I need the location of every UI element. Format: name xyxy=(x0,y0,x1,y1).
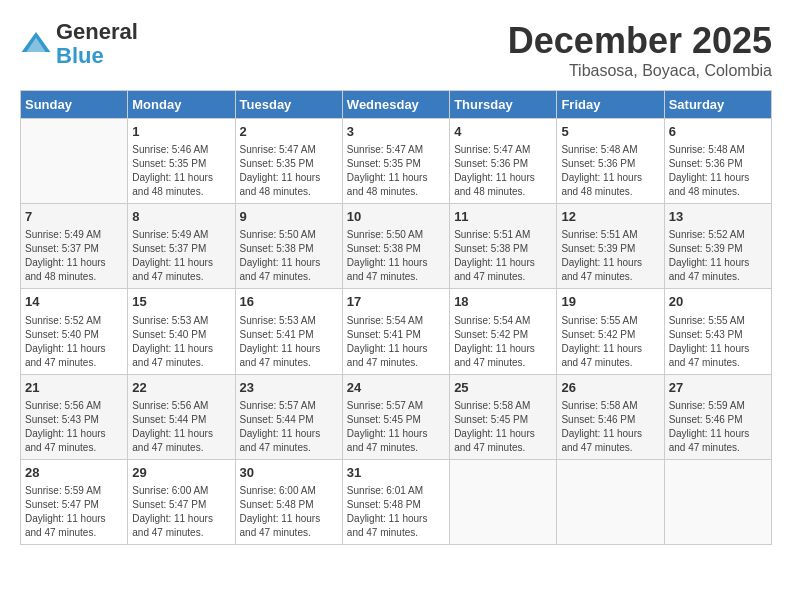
day-info: Sunrise: 5:51 AM Sunset: 5:39 PM Dayligh… xyxy=(561,228,659,284)
calendar-cell: 20Sunrise: 5:55 AM Sunset: 5:43 PM Dayli… xyxy=(664,289,771,374)
day-info: Sunrise: 5:57 AM Sunset: 5:45 PM Dayligh… xyxy=(347,399,445,455)
day-number: 20 xyxy=(669,293,767,311)
week-row-2: 7Sunrise: 5:49 AM Sunset: 5:37 PM Daylig… xyxy=(21,204,772,289)
calendar-cell xyxy=(557,459,664,544)
day-info: Sunrise: 5:52 AM Sunset: 5:40 PM Dayligh… xyxy=(25,314,123,370)
day-header-wednesday: Wednesday xyxy=(342,91,449,119)
day-info: Sunrise: 5:55 AM Sunset: 5:43 PM Dayligh… xyxy=(669,314,767,370)
calendar-cell: 4Sunrise: 5:47 AM Sunset: 5:36 PM Daylig… xyxy=(450,119,557,204)
day-info: Sunrise: 5:50 AM Sunset: 5:38 PM Dayligh… xyxy=(240,228,338,284)
day-header-tuesday: Tuesday xyxy=(235,91,342,119)
day-number: 15 xyxy=(132,293,230,311)
calendar-cell xyxy=(664,459,771,544)
calendar-cell: 29Sunrise: 6:00 AM Sunset: 5:47 PM Dayli… xyxy=(128,459,235,544)
day-number: 9 xyxy=(240,208,338,226)
day-number: 17 xyxy=(347,293,445,311)
day-number: 24 xyxy=(347,379,445,397)
day-number: 31 xyxy=(347,464,445,482)
calendar-cell: 13Sunrise: 5:52 AM Sunset: 5:39 PM Dayli… xyxy=(664,204,771,289)
day-info: Sunrise: 5:50 AM Sunset: 5:38 PM Dayligh… xyxy=(347,228,445,284)
day-info: Sunrise: 5:49 AM Sunset: 5:37 PM Dayligh… xyxy=(25,228,123,284)
day-info: Sunrise: 5:56 AM Sunset: 5:43 PM Dayligh… xyxy=(25,399,123,455)
day-info: Sunrise: 5:49 AM Sunset: 5:37 PM Dayligh… xyxy=(132,228,230,284)
logo-general: General xyxy=(56,19,138,44)
day-number: 8 xyxy=(132,208,230,226)
day-number: 6 xyxy=(669,123,767,141)
day-info: Sunrise: 6:01 AM Sunset: 5:48 PM Dayligh… xyxy=(347,484,445,540)
logo-blue: Blue xyxy=(56,43,104,68)
calendar-cell: 15Sunrise: 5:53 AM Sunset: 5:40 PM Dayli… xyxy=(128,289,235,374)
day-info: Sunrise: 5:58 AM Sunset: 5:46 PM Dayligh… xyxy=(561,399,659,455)
day-info: Sunrise: 5:48 AM Sunset: 5:36 PM Dayligh… xyxy=(561,143,659,199)
day-header-thursday: Thursday xyxy=(450,91,557,119)
calendar-cell: 16Sunrise: 5:53 AM Sunset: 5:41 PM Dayli… xyxy=(235,289,342,374)
day-header-monday: Monday xyxy=(128,91,235,119)
day-header-saturday: Saturday xyxy=(664,91,771,119)
title-block: December 2025 Tibasosa, Boyaca, Colombia xyxy=(508,20,772,80)
day-info: Sunrise: 5:55 AM Sunset: 5:42 PM Dayligh… xyxy=(561,314,659,370)
day-info: Sunrise: 5:53 AM Sunset: 5:40 PM Dayligh… xyxy=(132,314,230,370)
calendar-cell xyxy=(450,459,557,544)
calendar-cell xyxy=(21,119,128,204)
day-info: Sunrise: 5:51 AM Sunset: 5:38 PM Dayligh… xyxy=(454,228,552,284)
day-info: Sunrise: 5:54 AM Sunset: 5:42 PM Dayligh… xyxy=(454,314,552,370)
day-info: Sunrise: 5:46 AM Sunset: 5:35 PM Dayligh… xyxy=(132,143,230,199)
day-header-friday: Friday xyxy=(557,91,664,119)
day-info: Sunrise: 5:58 AM Sunset: 5:45 PM Dayligh… xyxy=(454,399,552,455)
location: Tibasosa, Boyaca, Colombia xyxy=(508,62,772,80)
day-info: Sunrise: 5:47 AM Sunset: 5:35 PM Dayligh… xyxy=(347,143,445,199)
day-number: 25 xyxy=(454,379,552,397)
calendar-cell: 19Sunrise: 5:55 AM Sunset: 5:42 PM Dayli… xyxy=(557,289,664,374)
day-number: 12 xyxy=(561,208,659,226)
logo-icon xyxy=(20,28,52,60)
calendar-cell: 14Sunrise: 5:52 AM Sunset: 5:40 PM Dayli… xyxy=(21,289,128,374)
day-number: 19 xyxy=(561,293,659,311)
calendar-cell: 11Sunrise: 5:51 AM Sunset: 5:38 PM Dayli… xyxy=(450,204,557,289)
day-info: Sunrise: 5:53 AM Sunset: 5:41 PM Dayligh… xyxy=(240,314,338,370)
day-info: Sunrise: 5:57 AM Sunset: 5:44 PM Dayligh… xyxy=(240,399,338,455)
logo-text: General Blue xyxy=(56,20,138,68)
day-number: 3 xyxy=(347,123,445,141)
day-number: 16 xyxy=(240,293,338,311)
day-info: Sunrise: 6:00 AM Sunset: 5:47 PM Dayligh… xyxy=(132,484,230,540)
calendar-cell: 10Sunrise: 5:50 AM Sunset: 5:38 PM Dayli… xyxy=(342,204,449,289)
calendar-cell: 22Sunrise: 5:56 AM Sunset: 5:44 PM Dayli… xyxy=(128,374,235,459)
day-number: 5 xyxy=(561,123,659,141)
week-row-3: 14Sunrise: 5:52 AM Sunset: 5:40 PM Dayli… xyxy=(21,289,772,374)
day-info: Sunrise: 5:47 AM Sunset: 5:35 PM Dayligh… xyxy=(240,143,338,199)
calendar-cell: 30Sunrise: 6:00 AM Sunset: 5:48 PM Dayli… xyxy=(235,459,342,544)
week-row-5: 28Sunrise: 5:59 AM Sunset: 5:47 PM Dayli… xyxy=(21,459,772,544)
calendar-cell: 7Sunrise: 5:49 AM Sunset: 5:37 PM Daylig… xyxy=(21,204,128,289)
day-number: 7 xyxy=(25,208,123,226)
calendar-cell: 17Sunrise: 5:54 AM Sunset: 5:41 PM Dayli… xyxy=(342,289,449,374)
calendar-cell: 18Sunrise: 5:54 AM Sunset: 5:42 PM Dayli… xyxy=(450,289,557,374)
day-info: Sunrise: 5:52 AM Sunset: 5:39 PM Dayligh… xyxy=(669,228,767,284)
day-number: 21 xyxy=(25,379,123,397)
page-header: General Blue December 2025 Tibasosa, Boy… xyxy=(20,20,772,80)
day-number: 28 xyxy=(25,464,123,482)
week-row-4: 21Sunrise: 5:56 AM Sunset: 5:43 PM Dayli… xyxy=(21,374,772,459)
day-info: Sunrise: 5:59 AM Sunset: 5:46 PM Dayligh… xyxy=(669,399,767,455)
calendar-cell: 8Sunrise: 5:49 AM Sunset: 5:37 PM Daylig… xyxy=(128,204,235,289)
day-number: 18 xyxy=(454,293,552,311)
calendar-cell: 21Sunrise: 5:56 AM Sunset: 5:43 PM Dayli… xyxy=(21,374,128,459)
day-info: Sunrise: 5:59 AM Sunset: 5:47 PM Dayligh… xyxy=(25,484,123,540)
day-header-sunday: Sunday xyxy=(21,91,128,119)
calendar-cell: 25Sunrise: 5:58 AM Sunset: 5:45 PM Dayli… xyxy=(450,374,557,459)
day-number: 2 xyxy=(240,123,338,141)
calendar-cell: 9Sunrise: 5:50 AM Sunset: 5:38 PM Daylig… xyxy=(235,204,342,289)
day-number: 23 xyxy=(240,379,338,397)
logo: General Blue xyxy=(20,20,138,68)
day-number: 14 xyxy=(25,293,123,311)
day-number: 30 xyxy=(240,464,338,482)
calendar-cell: 28Sunrise: 5:59 AM Sunset: 5:47 PM Dayli… xyxy=(21,459,128,544)
calendar-table: SundayMondayTuesdayWednesdayThursdayFrid… xyxy=(20,90,772,545)
day-number: 10 xyxy=(347,208,445,226)
day-number: 27 xyxy=(669,379,767,397)
calendar-cell: 24Sunrise: 5:57 AM Sunset: 5:45 PM Dayli… xyxy=(342,374,449,459)
calendar-cell: 1Sunrise: 5:46 AM Sunset: 5:35 PM Daylig… xyxy=(128,119,235,204)
day-number: 22 xyxy=(132,379,230,397)
day-number: 13 xyxy=(669,208,767,226)
day-number: 11 xyxy=(454,208,552,226)
day-number: 1 xyxy=(132,123,230,141)
